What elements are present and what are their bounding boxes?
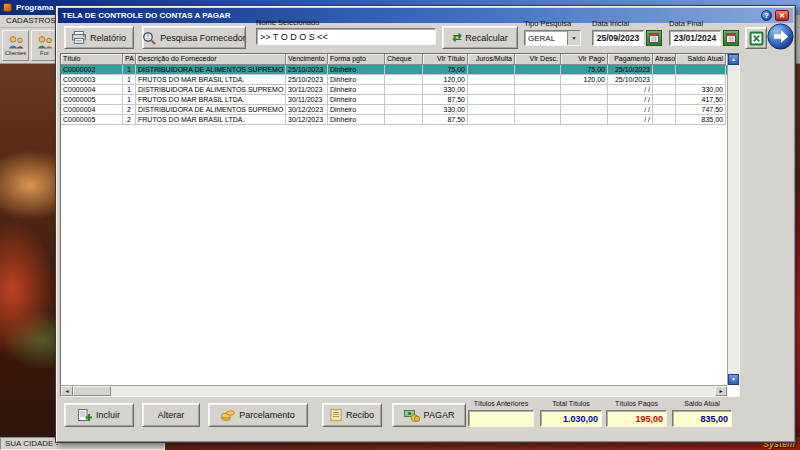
grid-cell: 30/11/2023	[286, 95, 328, 105]
grid-vertical-scrollbar[interactable]: ▲ ▼	[727, 54, 739, 385]
grid-cell: Dinheiro	[328, 95, 385, 105]
grid-cell: FRUTOS DO MAR BRASIL LTDA.	[136, 115, 286, 125]
add-record-icon	[78, 409, 92, 422]
column-header: Título	[61, 54, 123, 65]
column-header: Vlr Pago	[561, 54, 608, 65]
column-header: Forma pgto	[328, 54, 385, 65]
grid-cell: / /	[608, 95, 653, 105]
parcelamento-button[interactable]: Parcelamento	[208, 403, 308, 427]
grid-cell	[385, 115, 423, 125]
grid-cell: FRUTOS DO MAR BRASIL LTDA.	[136, 75, 286, 85]
go-exit-button[interactable]	[767, 23, 794, 50]
suppliers-people-icon	[36, 36, 54, 49]
grid-cell: Dinheiro	[328, 115, 385, 125]
column-header: Descrição do Fornecedor	[136, 54, 286, 65]
pay-money-icon	[404, 409, 420, 422]
total-titulos-field: 1.030,00	[540, 410, 602, 427]
grid-cell	[653, 85, 676, 95]
grid-cell	[385, 95, 423, 105]
help-button[interactable]: ?	[761, 10, 772, 21]
grid-cell	[676, 65, 726, 75]
grid-horizontal-scrollbar[interactable]: ◄ ►	[61, 385, 727, 396]
contas-a-pagar-window: TELA DE CONTROLE DO CONTAS A PAGAR ? ✕ R…	[55, 5, 796, 443]
alterar-button[interactable]: Alterar	[142, 403, 200, 427]
grid-cell: 330,00	[676, 85, 726, 95]
grid-cell	[515, 85, 561, 95]
column-header: Atraso	[653, 54, 676, 65]
grid-row[interactable]: C00000031FRUTOS DO MAR BRASIL LTDA.25/10…	[61, 75, 727, 85]
grid-header: TítuloPADescrição do FornecedorVenciment…	[61, 54, 727, 65]
grid-cell: 417,50	[676, 95, 726, 105]
grid-row[interactable]: C00000052FRUTOS DO MAR BRASIL LTDA.30/12…	[61, 115, 727, 125]
grid-cell	[385, 75, 423, 85]
column-header: Cheque	[385, 54, 423, 65]
grid-cell	[653, 95, 676, 105]
column-header: Vlr Desc.	[515, 54, 561, 65]
receipt-icon	[330, 409, 342, 422]
grid-cell: 330,00	[423, 85, 468, 95]
grid-row[interactable]: C00000041DISTRIBUIDORA DE ALIMENTOS SUPR…	[61, 85, 727, 95]
hscroll-track[interactable]	[111, 386, 715, 396]
tipo-pesquisa-select[interactable]: GERAL ▼	[524, 30, 581, 46]
grid-cell: 87,50	[423, 115, 468, 125]
data-final-field[interactable]: 23/01/2024	[669, 30, 721, 46]
fornecedores-toolbar-button[interactable]: For	[31, 30, 58, 61]
grid-cell: / /	[608, 105, 653, 115]
grid-cell	[385, 85, 423, 95]
grid-cell	[653, 105, 676, 115]
data-inicial-field[interactable]: 25/09/2023	[592, 30, 644, 46]
total-titulos-value: 1.030,00	[563, 414, 598, 424]
data-final-label: Data Final	[669, 19, 703, 28]
grid-cell: DISTRIBUIDORA DE ALIMENTOS SUPREMO LTDA.	[136, 65, 286, 75]
recalc-arrows-icon: ⇄	[452, 32, 461, 43]
grid-cell	[515, 75, 561, 85]
grid-cell: / /	[608, 115, 653, 125]
grid-cell: FRUTOS DO MAR BRASIL LTDA.	[136, 95, 286, 105]
close-icon[interactable]: ✕	[775, 10, 789, 21]
recalcular-button[interactable]: ⇄ Recalcular	[442, 26, 518, 49]
menu-cadastros[interactable]: CADASTROS	[6, 16, 56, 25]
grid-cell	[676, 75, 726, 85]
nome-selecionado-input[interactable]: >> T O D O S <<	[256, 28, 436, 45]
grid-cell: 1	[123, 95, 136, 105]
data-inicial-calendar-button[interactable]	[646, 30, 662, 46]
scroll-left-icon[interactable]: ◄	[61, 386, 73, 396]
export-excel-button[interactable]	[745, 27, 767, 49]
pagar-button[interactable]: PAGAR	[392, 403, 466, 427]
grid-cell: C0000004	[61, 85, 123, 95]
vscroll-track[interactable]	[728, 65, 739, 374]
grid-cell	[561, 105, 608, 115]
scroll-right-icon[interactable]: ►	[715, 386, 727, 396]
hscroll-thumb[interactable]	[73, 386, 111, 396]
grid-cell: 835,00	[676, 115, 726, 125]
scroll-up-icon[interactable]: ▲	[728, 54, 739, 65]
data-final-calendar-button[interactable]	[723, 30, 739, 46]
chevron-down-icon[interactable]: ▼	[567, 31, 580, 45]
grid-cell	[468, 115, 515, 125]
tipo-pesquisa-label: Tipo Pesquisa	[524, 19, 571, 28]
clients-people-icon	[7, 36, 25, 49]
titulos-pagos-field: 195,00	[606, 410, 667, 427]
dialog-title: TELA DE CONTROLE DO CONTAS A PAGAR	[62, 11, 231, 20]
column-header: Saldo Atual	[676, 54, 726, 65]
recibo-button[interactable]: Recibo	[322, 403, 382, 427]
grid-row[interactable]: C00000051FRUTOS DO MAR BRASIL LTDA.30/11…	[61, 95, 727, 105]
incluir-button[interactable]: Incluir	[64, 403, 134, 427]
grid-cell: 330,00	[423, 105, 468, 115]
grid-cell: DISTRIBUIDORA DE ALIMENTOS SUPREMO LTDA.	[136, 105, 286, 115]
scroll-down-icon[interactable]: ▼	[728, 374, 739, 385]
grid-cell	[468, 95, 515, 105]
grid-row[interactable]: C00000021DISTRIBUIDORA DE ALIMENTOS SUPR…	[61, 65, 727, 75]
titulos-anteriores-field	[468, 410, 534, 427]
clientes-label: Clientes	[5, 50, 27, 56]
total-titulos-label: Total Títulos	[540, 400, 602, 407]
relatorio-button[interactable]: Relatório	[64, 26, 134, 49]
recalcular-label: Recalcular	[465, 33, 508, 43]
grid-cell	[653, 65, 676, 75]
data-inicial-value: 25/09/2023	[597, 33, 640, 43]
pesquisa-fornecedor-button[interactable]: Pesquisa Fornecedor	[142, 26, 246, 49]
blue-circle-arrow-icon	[767, 23, 794, 50]
clientes-toolbar-button[interactable]: Clientes	[2, 30, 29, 61]
grid-row[interactable]: C00000042DISTRIBUIDORA DE ALIMENTOS SUPR…	[61, 105, 727, 115]
grid-cell	[515, 115, 561, 125]
